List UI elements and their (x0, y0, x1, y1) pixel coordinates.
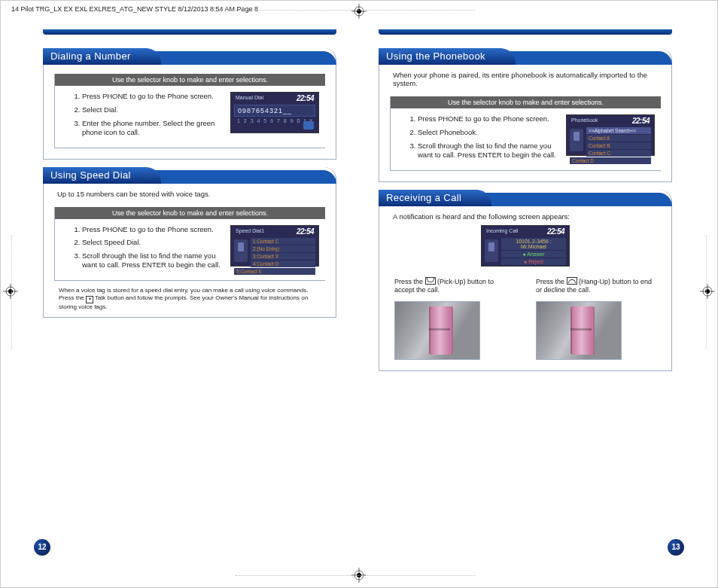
step: Press PHONE to go to the Phone screen. (82, 92, 223, 101)
phone-icon (234, 239, 248, 262)
steps-list: Press PHONE to go to the Phone screen. S… (70, 225, 223, 275)
phone-icon (485, 239, 498, 262)
phonebook-screen-thumbnail: Phonebook 22:54 >>Alphabet Search<< Cont… (566, 114, 655, 156)
steps-list: Press PHONE to go to the Phone screen. S… (70, 92, 223, 142)
section-speed-dial: Using Speed Dial Up to 15 numbers can be… (43, 167, 336, 318)
step: Enter the phone number. Select the green… (82, 119, 223, 137)
phone-icon (303, 121, 314, 129)
dial-screen-thumbnail: Manual Dial 22:54 0987654321__ 1 2 3 4 5… (230, 92, 319, 133)
section-title: Dialing a Number (43, 48, 148, 65)
talk-icon: ✦ (86, 296, 93, 303)
step: Select Speed Dial. (82, 238, 223, 247)
print-sheet: 14 Pilot TRG_LX EX EXL EXLRES_ATG_NEW ST… (0, 0, 718, 588)
crop-line (11, 236, 12, 349)
section-title: Receiving a Call (379, 190, 478, 206)
speed-dial-screen-thumbnail: Speed Dial1 22:54 1:Contact C 2:(No Entr… (230, 225, 319, 267)
section-dialing: Dialing a Number Use the selector knob t… (43, 48, 336, 160)
instruction-banner: Use the selector knob to make and enter … (55, 207, 325, 219)
step: Press PHONE to go to the Phone screen. (418, 114, 558, 123)
crop-line (236, 10, 475, 11)
section-receiving: Receiving a Call A notification is heard… (379, 190, 672, 371)
phone-icon (570, 129, 583, 151)
page-left: Dialing a Number Use the selector knob t… (43, 29, 336, 379)
section-title: Using the Phonebook (379, 48, 502, 65)
section-intro: When your phone is paired, its entire ph… (379, 65, 671, 92)
crop-line (706, 236, 707, 349)
steps-list: Press PHONE to go to the Phone screen. S… (406, 114, 558, 164)
page-accent-bar (379, 29, 672, 35)
crop-line (236, 575, 475, 576)
pickup-icon (425, 277, 436, 285)
step: Scroll through the list to find the name… (418, 142, 558, 160)
section-title: Using Speed Dial (43, 167, 148, 184)
section-intro: A notification is heard and the followin… (379, 206, 671, 225)
answer-row: ● Answer (501, 251, 566, 257)
registration-mark-icon (3, 284, 18, 299)
incoming-call-screen-thumbnail: Incoming Call 22:54 10101-2-3456 : Mr.Mi… (481, 225, 570, 267)
hangup-instruction: Press the (Hang-Up) button to end or dec… (536, 277, 656, 360)
page-number-left: 12 (34, 539, 50, 556)
section-phonebook: Using the Phonebook When your phone is p… (379, 48, 672, 182)
step: Scroll through the list to find the name… (82, 251, 223, 270)
page-accent-bar (43, 29, 336, 35)
instruction-banner: Use the selector knob to make and enter … (55, 74, 325, 86)
voice-tag-note: When a voice tag is stored for a speed d… (44, 285, 336, 311)
registration-mark-icon (700, 284, 715, 299)
instruction-banner: Use the selector knob to make and enter … (391, 96, 661, 108)
pickup-instruction: Press the (Pick-Up) button to accept the… (394, 277, 515, 360)
steering-button-photo (536, 301, 622, 360)
reject-row: ● Reject (501, 258, 566, 265)
page-right: Using the Phonebook When your phone is p… (379, 29, 672, 379)
steering-button-photo (394, 301, 480, 360)
step: Press PHONE to go to the Phone screen. (82, 225, 223, 234)
registration-mark-icon (351, 4, 367, 19)
section-intro: Up to 15 numbers can be stored with voic… (44, 184, 336, 203)
step: Select Dial. (82, 105, 223, 114)
hangup-icon (567, 277, 577, 285)
step: Select Phonebook. (418, 128, 558, 137)
page-number-right: 13 (668, 539, 684, 556)
svg-point-11 (8, 289, 13, 294)
